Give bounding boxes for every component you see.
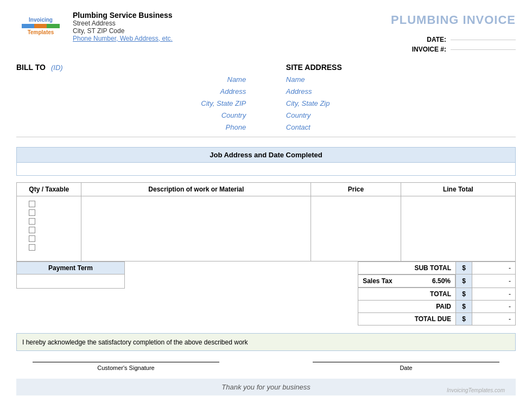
- company-contact: Phone Number, Web Address, etc.: [73, 35, 173, 42]
- acknowledgement-text: I hereby acknowledge the satisfactory co…: [22, 339, 248, 346]
- total-value[interactable]: -: [472, 288, 516, 301]
- total-label: TOTAL: [358, 288, 455, 301]
- company-section: Invoicing Templates Plumbing Service Bus…: [16, 11, 173, 42]
- checkbox-3[interactable]: [29, 218, 35, 225]
- bill-to-label: BILL TO: [16, 63, 46, 72]
- tax-row: Sales Tax 6.50% $ -: [358, 274, 515, 288]
- tax-label: Sales Tax 6.50%: [358, 274, 455, 288]
- total-currency: $: [456, 288, 472, 301]
- bill-phone: Phone: [16, 122, 246, 133]
- subtotal-value[interactable]: -: [472, 262, 516, 274]
- logo-bottom-text: Templates: [28, 29, 54, 35]
- paid-label: PAID: [358, 301, 455, 313]
- site-name: Name: [286, 74, 516, 86]
- bill-to-section: BILL TO (ID) Name Address City, State ZI…: [16, 63, 246, 133]
- invoice-page: Invoicing Templates Plumbing Service Bus…: [0, 0, 532, 415]
- date-label: DATE:: [427, 36, 446, 43]
- totals-payment-row: Payment Term SUB TOTAL $ - Sales Tax 6.5…: [16, 261, 516, 325]
- tax-value[interactable]: -: [472, 274, 516, 288]
- total-row: TOTAL $ -: [358, 288, 515, 301]
- paid-currency: $: [456, 301, 472, 313]
- checkbox-4[interactable]: [29, 227, 35, 233]
- site-address: Address: [286, 86, 516, 98]
- job-address-banner: Job Address and Date Completed: [16, 147, 516, 163]
- bill-city-state: City, State ZIP: [16, 98, 246, 110]
- checkbox-6[interactable]: [29, 244, 35, 251]
- checkbox-1[interactable]: [29, 201, 35, 207]
- customer-sig-line: [33, 362, 219, 362]
- date-sig-line: [313, 362, 499, 362]
- footer: Thank you for your business InvoicingTem…: [16, 379, 516, 395]
- job-address-field[interactable]: [16, 163, 516, 176]
- invoice-header: Invoicing Templates Plumbing Service Bus…: [16, 11, 516, 53]
- customer-sig-block: Customer's Signature: [33, 362, 219, 371]
- invoice-title: PLUMBING INVOICE: [391, 13, 516, 27]
- bill-name: Name: [16, 74, 246, 86]
- invoice-num-row: INVOICE #:: [391, 46, 516, 53]
- site-address-section: SITE ADDRESS Name Address City, State Zi…: [286, 63, 516, 133]
- total-cell-1[interactable]: [401, 196, 515, 261]
- site-contact: Contact: [286, 122, 516, 133]
- site-address-header: SITE ADDRESS: [286, 63, 516, 72]
- subtotal-row: SUB TOTAL $ -: [358, 262, 515, 274]
- qty-cell-1: [17, 196, 81, 261]
- col-header-qty: Qty / Taxable: [17, 183, 81, 196]
- table-row: [17, 196, 516, 261]
- customer-sig-label: Customer's Signature: [97, 365, 154, 371]
- date-row: DATE:: [391, 36, 516, 43]
- acknowledgement-section: I hereby acknowledge the satisfactory co…: [16, 333, 516, 351]
- site-country: Country: [286, 110, 516, 122]
- site-city-state: City, State Zip: [286, 98, 516, 110]
- bill-address: Address: [16, 86, 246, 98]
- col-header-desc: Description of work or Material: [81, 183, 311, 196]
- totals-table: SUB TOTAL $ - Sales Tax 6.50% $ - TOTAL …: [358, 261, 516, 325]
- logo-top-text: Invoicing: [29, 17, 53, 23]
- paid-row: PAID $ -: [358, 301, 515, 313]
- thank-you-text: Thank you for your business: [221, 383, 310, 391]
- total-due-currency: $: [456, 313, 472, 325]
- bill-to-header: BILL TO (ID): [16, 63, 246, 72]
- total-due-row: TOTAL DUE $ -: [358, 313, 515, 325]
- table-header-row: Qty / Taxable Description of work or Mat…: [17, 183, 516, 196]
- bill-country: Country: [16, 110, 246, 122]
- logo: Invoicing Templates: [16, 11, 65, 41]
- invoice-num-value: [451, 49, 516, 50]
- payment-term-label: Payment Term: [16, 261, 125, 274]
- total-due-value[interactable]: -: [472, 313, 516, 325]
- company-street: Street Address: [73, 20, 173, 27]
- tax-currency: $: [456, 274, 472, 288]
- watermark: InvoicingTemplates.com: [447, 387, 505, 393]
- subtotal-label: SUB TOTAL: [358, 262, 455, 274]
- date-sig-block: Date: [313, 362, 499, 371]
- invoice-meta: PLUMBING INVOICE DATE: INVOICE #:: [391, 11, 516, 53]
- tax-pct: 6.50%: [432, 277, 451, 285]
- price-cell-1[interactable]: [311, 196, 401, 261]
- logo-separator: [22, 24, 60, 28]
- date-value: [451, 40, 516, 40]
- col-header-price: Price: [311, 183, 401, 196]
- invoice-num-label: INVOICE #:: [412, 46, 446, 53]
- company-city-state: City, ST ZIP Code: [73, 27, 173, 35]
- payment-term-box: Payment Term: [16, 261, 125, 289]
- bill-id: (ID): [51, 63, 63, 72]
- invoice-table: Qty / Taxable Description of work or Mat…: [16, 182, 516, 261]
- desc-cell-1[interactable]: [81, 196, 311, 261]
- checkbox-5[interactable]: [29, 235, 35, 242]
- date-sig-label: Date: [400, 365, 412, 371]
- total-due-label: TOTAL DUE: [358, 313, 455, 325]
- subtotal-currency: $: [456, 262, 472, 274]
- payment-term-value[interactable]: [16, 274, 125, 289]
- checkbox-2[interactable]: [29, 209, 35, 216]
- company-name: Plumbing Service Business: [73, 11, 173, 20]
- col-header-total: Line Total: [401, 183, 515, 196]
- billing-section: BILL TO (ID) Name Address City, State ZI…: [16, 63, 516, 137]
- site-address-label: SITE ADDRESS: [286, 63, 342, 72]
- paid-value[interactable]: -: [472, 301, 516, 313]
- signature-row: Customer's Signature Date: [16, 362, 516, 371]
- company-info: Plumbing Service Business Street Address…: [73, 11, 173, 42]
